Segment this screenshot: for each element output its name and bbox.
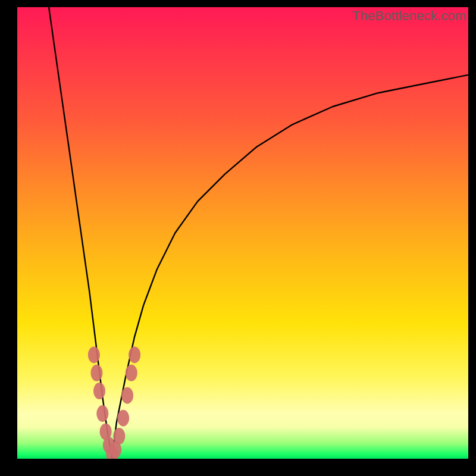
watermark-text: TheBottleneck.com	[352, 8, 466, 24]
curve-overlay	[17, 7, 468, 459]
series-right-branch	[112, 75, 468, 459]
bottleneck-curve	[49, 7, 468, 459]
bead-11	[126, 365, 137, 381]
bead-3	[96, 405, 108, 422]
chart-frame: TheBottleneck.com	[0, 0, 476, 476]
bead-0	[88, 346, 100, 363]
bead-9	[117, 410, 129, 427]
bead-10	[121, 387, 133, 404]
bead-8	[113, 428, 125, 444]
bead-1	[90, 365, 102, 381]
bead-12	[129, 346, 140, 363]
bead-2	[93, 383, 105, 399]
plot-area	[17, 7, 468, 459]
bead-markers	[88, 346, 140, 459]
